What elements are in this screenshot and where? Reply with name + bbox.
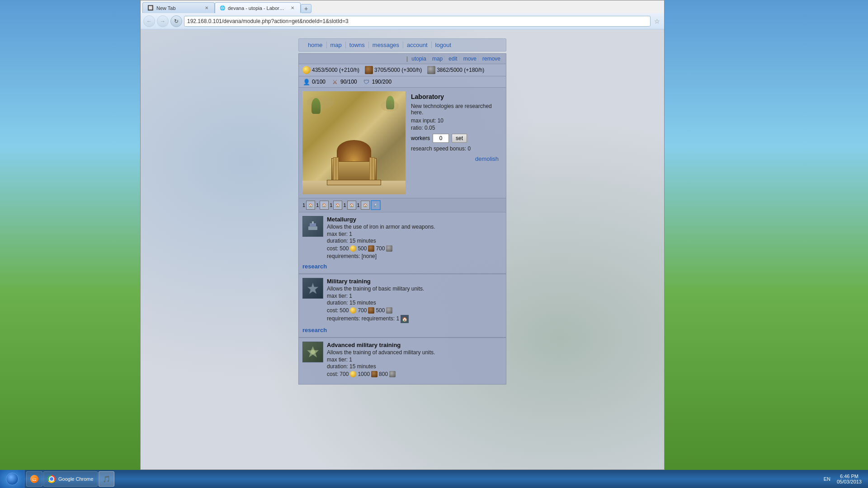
panel-actions: | utopia map edit move remove (299, 54, 506, 64)
attack-icon: ⚔ (331, 78, 339, 86)
new-tab-button[interactable]: + (301, 4, 311, 13)
metallurgy-cost-stone: 700 (376, 245, 385, 252)
forward-button[interactable]: → (157, 15, 169, 27)
svg-marker-3 (307, 283, 318, 294)
game-nav: home map towns messages account logout (298, 38, 506, 52)
population-icon: 👤 (302, 78, 311, 86)
workers-input[interactable] (433, 134, 449, 143)
resources-bar: 4353/5000 (+210/h) 3705/5000 (+300/h) 38… (299, 64, 506, 76)
action-remove[interactable]: remove (481, 56, 502, 62)
wood-icon (365, 66, 373, 74)
slot-icon-2[interactable]: 🏠 (320, 201, 329, 210)
slot-icon-3[interactable]: 🏠 (333, 201, 342, 210)
bookmark-star[interactable]: ☆ (652, 17, 661, 26)
tab-2[interactable]: 🌐 devana - utopia - Laborat... ✕ (215, 2, 301, 13)
pop-stat: 👤 0/100 (302, 78, 326, 86)
slot-icon-1[interactable]: 🏠 (306, 201, 315, 210)
tech-military-desc: Allows the training of basic military un… (327, 286, 502, 292)
tech-metallurgy: Metallurgy Allows the use of iron in arm… (299, 212, 506, 274)
action-map[interactable]: map (430, 56, 445, 62)
tech-metallurgy-duration: duration: 15 minutes (327, 238, 502, 244)
slot-icon-4[interactable]: 🏠 (347, 201, 356, 210)
tech-metallurgy-header: Metallurgy Allows the use of iron in arm… (302, 216, 502, 261)
workers-row: workers set (411, 134, 500, 143)
adv-military-cost-gold: 700 (340, 371, 349, 377)
tech-military: Military training Allows the training of… (299, 274, 506, 338)
taskbar-windows-explorer[interactable]: 🗂 (26, 471, 42, 487)
military-gold-icon (350, 307, 356, 314)
address-bar[interactable]: 192.168.0.101/devana/module.php?action=g… (184, 16, 651, 27)
nav-map[interactable]: map (327, 42, 346, 48)
nav-messages[interactable]: messages (369, 42, 403, 48)
adv-military-cost-stone: 800 (379, 371, 388, 377)
tab-1[interactable]: 🔲 New Tab ✕ (142, 2, 215, 13)
tech-military-details: Military training Allows the training of… (327, 278, 502, 325)
url-text: 192.168.0.101/devana/module.php?action=g… (187, 18, 349, 24)
svg-rect-0 (308, 226, 317, 230)
slot-number-2: 1 (316, 202, 319, 208)
metallurgy-cost-gold: 500 (340, 245, 349, 252)
tab-1-label: New Tab (156, 5, 176, 11)
metallurgy-wood-icon (368, 245, 374, 252)
research-military-link[interactable]: research (302, 327, 327, 333)
building-image (302, 91, 406, 194)
nav-account[interactable]: account (403, 42, 432, 48)
start-button[interactable] (0, 470, 24, 488)
military-icon (302, 278, 323, 299)
building-name: Laboratory (411, 93, 500, 100)
reload-button[interactable]: ↻ (170, 15, 182, 27)
taskbar-media-player[interactable]: 🎵 (99, 471, 114, 487)
adv-military-cost-wood: 1000 (358, 371, 370, 377)
tech-military-req: requirements: requirements: 1 🏠 (327, 315, 502, 323)
defense-value: 190/200 (372, 79, 392, 85)
nav-towns[interactable]: towns (346, 42, 369, 48)
stone-icon (427, 66, 435, 74)
taskbar-tray: EN 6:46 PM 05/03/2013 (818, 473, 868, 485)
nav-logout[interactable]: logout (432, 42, 455, 48)
nav-home[interactable]: home (304, 42, 327, 48)
tab-1-close[interactable]: ✕ (203, 5, 210, 11)
tech-adv-military-tier: max tier: 1 (327, 357, 502, 363)
wood-resource: 3705/5000 (+300/h) (365, 66, 422, 74)
military-cost-stone: 500 (376, 307, 385, 314)
tech-military-duration: duration: 15 minutes (327, 300, 502, 306)
tech-military-tier: max tier: 1 (327, 293, 502, 299)
tech-metallurgy-desc: Allows the use of iron in armor and weap… (327, 224, 502, 230)
building-ratio: ratio: 0.05 (411, 125, 500, 131)
gold-icon (302, 66, 311, 74)
speed-bonus: research speed bonus: 0 (411, 145, 500, 152)
tech-adv-military-details: Advanced military training Allows the tr… (327, 342, 502, 379)
slot-icon-active[interactable]: 🔬 (371, 200, 381, 210)
pop-value: 0/100 (312, 79, 326, 85)
stats-bar: 👤 0/100 ⚔ 90/100 🛡 190/200 (299, 76, 506, 88)
tab-2-close[interactable]: ✕ (289, 5, 296, 11)
wood-value: 3705/5000 (+300/h) (374, 67, 422, 73)
tech-metallurgy-tier: max tier: 1 (327, 231, 502, 237)
slot-number-1: 1 (302, 202, 305, 208)
demolish-link[interactable]: demolish (411, 155, 500, 162)
set-workers-button[interactable]: set (452, 134, 467, 143)
tech-military-name: Military training (327, 278, 502, 285)
action-move[interactable]: move (462, 56, 479, 62)
research-metallurgy-link[interactable]: research (302, 263, 327, 270)
stone-resource: 3862/5000 (+180/h) (427, 66, 484, 74)
browser-controls: ← → ↻ 192.168.0.101/devana/module.php?ac… (141, 13, 664, 29)
tech-adv-military-name: Advanced military training (327, 342, 502, 348)
building-section: Laboratory New technologies are research… (299, 88, 506, 198)
military-stone-icon (386, 307, 392, 314)
windows-orb (6, 473, 19, 485)
stone-value: 3862/5000 (+180/h) (437, 67, 484, 73)
media-icon: 🎵 (103, 475, 110, 483)
back-button[interactable]: ← (143, 15, 155, 27)
action-utopia[interactable]: utopia (410, 56, 429, 62)
slot-icon-5[interactable]: 🏠 (361, 201, 370, 210)
taskbar-chrome[interactable]: Google Chrome (43, 471, 98, 487)
action-edit[interactable]: edit (447, 56, 459, 62)
tabs-bar: 🔲 New Tab ✕ 🌐 devana - utopia - Laborat.… (141, 0, 664, 13)
attack-stat: ⚔ 90/100 (331, 78, 357, 86)
adv-military-gold-icon (350, 371, 356, 377)
slot-number-4: 1 (343, 202, 346, 208)
tech-military-header: Military training Allows the training of… (302, 278, 502, 325)
taskbar: 🗂 Google Chrome 🎵 EN 6:46 PM 05/03/2013 (0, 470, 868, 488)
chrome-icon (47, 475, 56, 483)
